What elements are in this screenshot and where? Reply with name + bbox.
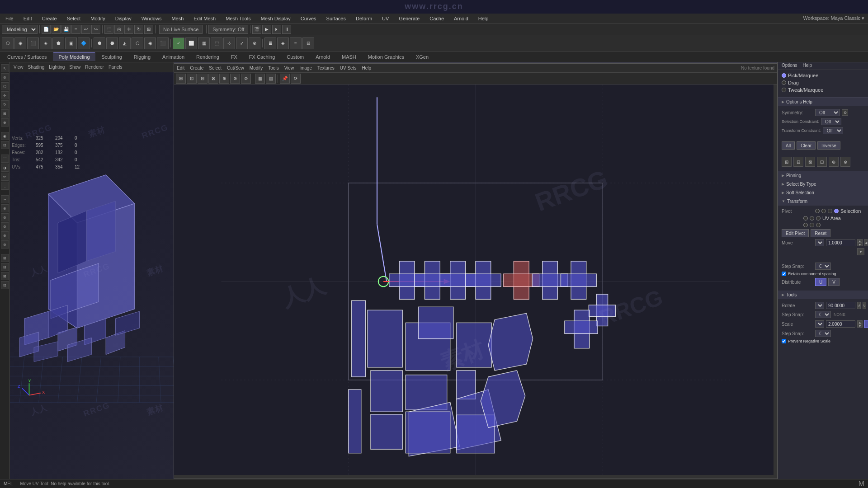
distribute-u-btn[interactable]: U: [815, 278, 826, 286]
uv-pin-btn[interactable]: 📌: [280, 74, 290, 84]
pivot-selection[interactable]: [834, 209, 839, 213]
move-value-input[interactable]: [826, 239, 855, 246]
deform-btn[interactable]: ⊛: [1, 231, 9, 239]
tab-rendering[interactable]: Rendering: [191, 53, 225, 61]
tab-fx[interactable]: FX: [226, 53, 243, 61]
curve-tool-btn[interactable]: ⌒: [1, 155, 9, 163]
tab-fx-caching[interactable]: FX Caching: [244, 53, 280, 61]
snap-btn[interactable]: ⊡: [1, 141, 9, 149]
pivot-r6[interactable]: [816, 216, 821, 221]
menu-display[interactable]: Display: [113, 15, 133, 22]
menu-help[interactable]: Help: [476, 15, 491, 22]
paint-icon-btn[interactable]: ⬡: [1, 82, 9, 90]
menu-uv[interactable]: UV: [380, 15, 391, 22]
tab-custom[interactable]: Custom: [281, 53, 309, 61]
menu-file[interactable]: File: [4, 15, 15, 22]
shelf-icon-11[interactable]: ⬡: [132, 38, 143, 49]
shelf-icon-16[interactable]: ▦: [198, 38, 210, 49]
pivot-r5[interactable]: [810, 216, 814, 221]
prevent-neg-scale-checkbox[interactable]: [782, 339, 786, 343]
tab-motion-graphics[interactable]: Motion Graphics: [363, 53, 410, 61]
menu-mesh-display[interactable]: Mesh Display: [259, 15, 292, 22]
select-by-type-header[interactable]: ▶ Select By Type: [778, 180, 868, 188]
lasso-icon-btn[interactable]: ⊙: [1, 73, 9, 81]
grid-icon-5[interactable]: ⊕: [829, 157, 839, 167]
tab-poly-modeling[interactable]: Poly Modeling: [53, 52, 95, 61]
scale-u-btn[interactable]: U: [864, 320, 868, 328]
mode-dropdown[interactable]: Modeling: [2, 25, 38, 34]
symmetry-options-btn[interactable]: ⚙: [842, 109, 848, 116]
uv-unfold-btn[interactable]: ⊠: [208, 74, 218, 84]
uv-menu-image[interactable]: Image: [299, 66, 312, 70]
paint-effects-btn[interactable]: ✏: [1, 173, 9, 181]
menu-generate[interactable]: Generate: [397, 15, 421, 22]
shelf-icon-15[interactable]: ⬜: [185, 38, 197, 49]
step-snap-dropdown[interactable]: Off: [815, 263, 831, 270]
grid-icon-3[interactable]: ⊠: [805, 157, 815, 167]
menu-mesh-tools[interactable]: Mesh Tools: [224, 15, 252, 22]
menu-select[interactable]: Select: [65, 15, 83, 22]
shelf-icon-10[interactable]: ◭: [119, 38, 131, 49]
menu-modify[interactable]: Modify: [89, 15, 107, 22]
new-file-btn[interactable]: 📄: [42, 25, 51, 34]
open-btn[interactable]: 📂: [52, 25, 61, 34]
tk-help-menu[interactable]: Help: [802, 63, 812, 68]
tab-curves-surfaces[interactable]: Curves / Surfaces: [2, 53, 52, 61]
menu-deform[interactable]: Deform: [354, 15, 374, 22]
shelf-icon-6[interactable]: ▣: [65, 38, 77, 49]
tools-section-header[interactable]: ▶ Tools: [778, 291, 868, 299]
shelf-icon-7[interactable]: 🔷: [78, 38, 90, 49]
redo-btn[interactable]: ↪: [91, 25, 100, 34]
custom-btn[interactable]: ⊡: [1, 281, 9, 289]
grid-icon-1[interactable]: ⊞: [782, 157, 792, 167]
menu-edit[interactable]: Edit: [22, 15, 34, 22]
uv-align-btn[interactable]: ⊗: [230, 74, 240, 84]
skin-btn[interactable]: ⊜: [1, 222, 9, 230]
shelf-icon-14[interactable]: ✓: [173, 38, 184, 49]
uv-menu-tools[interactable]: Tools: [268, 66, 278, 70]
rotate-tool[interactable]: ↻: [134, 25, 143, 34]
pivot-r2[interactable]: [821, 209, 826, 213]
select-tool[interactable]: ⬚: [104, 25, 113, 34]
retain-spacing-checkbox[interactable]: [782, 272, 786, 276]
rotate-step-snap-dropdown[interactable]: Off: [815, 311, 831, 318]
shelf-icon-17[interactable]: ⬚: [211, 38, 222, 49]
uv-checker-btn[interactable]: ▩: [255, 74, 265, 84]
universal-icon-btn[interactable]: ⊕: [1, 118, 9, 127]
transform-header[interactable]: ▼ Transform: [778, 197, 868, 206]
shelf-icon-8[interactable]: ⬢: [94, 38, 105, 49]
tab-rigging[interactable]: Rigging: [128, 53, 156, 61]
move-down-btn[interactable]: ▼: [857, 243, 863, 246]
all-btn[interactable]: All: [782, 141, 795, 150]
ipr-btn[interactable]: ⏵: [272, 25, 281, 34]
uv-snap-btn[interactable]: ⊡: [187, 74, 197, 84]
sculpt-btn[interactable]: ◑: [1, 164, 9, 172]
uv-menu-edit[interactable]: Edit: [177, 66, 184, 70]
rotate-ccw-btn[interactable]: ↺: [857, 302, 861, 309]
uv-scrollbar-v[interactable]: [774, 84, 777, 479]
options-help-header[interactable]: ▶ Options Help: [778, 98, 868, 106]
move-tool[interactable]: ✛: [124, 25, 133, 34]
sel-constraint-dropdown[interactable]: Off: [821, 118, 841, 125]
menu-curves[interactable]: Curves: [299, 15, 318, 22]
shelf-icon-19[interactable]: ⤢: [236, 38, 248, 49]
menu-surfaces[interactable]: Surfaces: [325, 15, 348, 22]
pivot-r7[interactable]: [803, 223, 808, 227]
undo-btn[interactable]: ↩: [81, 25, 90, 34]
display-size-btn[interactable]: ⊟: [1, 263, 9, 271]
shelf-icon-4[interactable]: ◈: [40, 38, 52, 49]
distribute-v-btn[interactable]: V: [828, 278, 840, 286]
cluster-btn[interactable]: ⊝: [1, 240, 9, 249]
crease-btn[interactable]: ⋮: [1, 182, 9, 190]
menu-edit-mesh[interactable]: Edit Mesh: [192, 15, 217, 22]
clear-btn[interactable]: Clear: [797, 141, 816, 150]
quick-sel-btn[interactable]: ≣: [264, 38, 276, 49]
uv-menu-modify[interactable]: Modify: [250, 66, 263, 70]
hyper-shade-btn[interactable]: ◈: [277, 38, 289, 49]
menu-cache[interactable]: Cache: [428, 15, 446, 22]
move-left-btn[interactable]: ◀: [864, 239, 868, 246]
drag-radio[interactable]: [782, 80, 786, 85]
pinning-header[interactable]: ▶ Pinning: [778, 171, 868, 180]
scale-down-btn[interactable]: ▼: [857, 324, 863, 328]
shelf-icon-13[interactable]: ⬛: [157, 38, 169, 49]
